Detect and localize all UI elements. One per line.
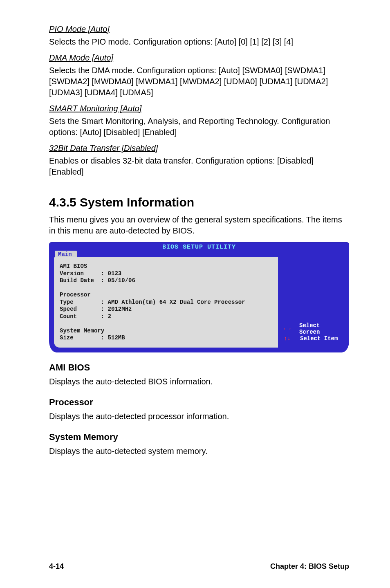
arrow-up-down-icon: ↑↓ — [284, 335, 294, 342]
nav-label-screen: Select Screen — [299, 322, 340, 335]
nav-label-item: Select Item — [300, 335, 338, 342]
nav-row-screen: ←→ Select Screen — [284, 322, 340, 335]
smart-desc: Sets the Smart Monitoring, Analysis, and… — [49, 116, 349, 138]
smart-heading: SMART Monitoring [Auto] — [49, 104, 349, 113]
page-number: 4-14 — [49, 562, 64, 571]
ami-bios-desc: Displays the auto-detected BIOS informat… — [49, 376, 349, 387]
page-footer: 4-14 Chapter 4: BIOS Setup — [49, 558, 349, 571]
pio-mode-heading: PIO Mode [Auto] — [49, 25, 349, 34]
section-title: 4.3.5 System Information — [49, 195, 349, 209]
chapter-label: Chapter 4: BIOS Setup — [270, 562, 349, 571]
ami-bios-heading: AMI BIOS — [49, 362, 349, 373]
section-intro: This menu gives you an overview of the g… — [49, 214, 349, 236]
pio-mode-desc: Selects the PIO mode. Configuration opti… — [49, 36, 349, 47]
bios-nav-hints: ←→ Select Screen ↑↓ Select Item — [278, 257, 344, 348]
bios-title: BIOS SETUP UTILITY — [49, 242, 349, 251]
dma-mode-desc: Selects the DMA mode. Configuration opti… — [49, 65, 349, 98]
bios-tab-row: Main — [49, 251, 349, 257]
processor-heading: Processor — [49, 397, 349, 408]
system-memory-desc: Displays the auto-detected system memory… — [49, 446, 349, 457]
dma-mode-heading: DMA Mode [Auto] — [49, 53, 349, 63]
nav-row-item: ↑↓ Select Item — [284, 335, 340, 342]
arrow-left-right-icon: ←→ — [284, 325, 293, 332]
32bit-desc: Enables or disables 32-bit data transfer… — [49, 155, 349, 177]
processor-desc: Displays the auto-detected processor inf… — [49, 411, 349, 422]
bios-tab-main: Main — [55, 251, 77, 257]
32bit-heading: 32Bit Data Transfer [Disabled] — [49, 144, 349, 153]
bios-screenshot: BIOS SETUP UTILITY Main AMI BIOS Version… — [49, 242, 349, 352]
bios-info-panel: AMI BIOS Version : 0123 Build Date : 05/… — [54, 257, 278, 348]
system-memory-heading: System Memory — [49, 432, 349, 442]
